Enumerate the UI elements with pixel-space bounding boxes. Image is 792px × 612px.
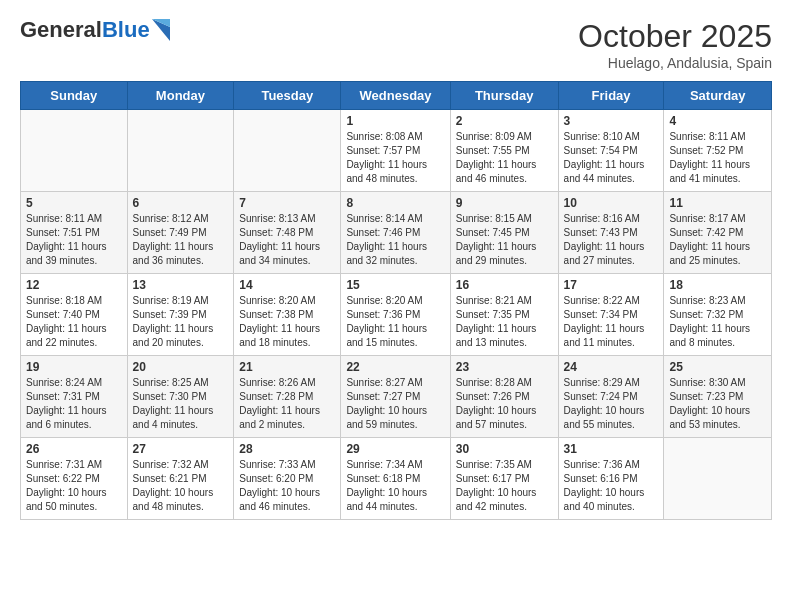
calendar-week-row: 5Sunrise: 8:11 AMSunset: 7:51 PMDaylight… [21, 192, 772, 274]
day-number: 15 [346, 278, 444, 292]
day-number: 13 [133, 278, 229, 292]
day-number: 4 [669, 114, 766, 128]
day-number: 24 [564, 360, 659, 374]
calendar-day-9: 9Sunrise: 8:15 AMSunset: 7:45 PMDaylight… [450, 192, 558, 274]
day-header-saturday: Saturday [664, 82, 772, 110]
day-header-sunday: Sunday [21, 82, 128, 110]
day-info: Sunrise: 8:22 AMSunset: 7:34 PMDaylight:… [564, 294, 659, 350]
calendar-day-14: 14Sunrise: 8:20 AMSunset: 7:38 PMDayligh… [234, 274, 341, 356]
day-number: 23 [456, 360, 553, 374]
calendar-week-row: 12Sunrise: 8:18 AMSunset: 7:40 PMDayligh… [21, 274, 772, 356]
day-info: Sunrise: 7:31 AMSunset: 6:22 PMDaylight:… [26, 458, 122, 514]
calendar-day-31: 31Sunrise: 7:36 AMSunset: 6:16 PMDayligh… [558, 438, 664, 520]
month-title: October 2025 [578, 18, 772, 55]
calendar-empty [127, 110, 234, 192]
day-number: 17 [564, 278, 659, 292]
day-number: 3 [564, 114, 659, 128]
day-header-wednesday: Wednesday [341, 82, 450, 110]
day-header-thursday: Thursday [450, 82, 558, 110]
calendar-week-row: 26Sunrise: 7:31 AMSunset: 6:22 PMDayligh… [21, 438, 772, 520]
calendar-day-24: 24Sunrise: 8:29 AMSunset: 7:24 PMDayligh… [558, 356, 664, 438]
day-info: Sunrise: 8:20 AMSunset: 7:36 PMDaylight:… [346, 294, 444, 350]
day-number: 18 [669, 278, 766, 292]
day-info: Sunrise: 7:33 AMSunset: 6:20 PMDaylight:… [239, 458, 335, 514]
calendar-day-25: 25Sunrise: 8:30 AMSunset: 7:23 PMDayligh… [664, 356, 772, 438]
day-info: Sunrise: 8:19 AMSunset: 7:39 PMDaylight:… [133, 294, 229, 350]
day-number: 7 [239, 196, 335, 210]
day-info: Sunrise: 8:18 AMSunset: 7:40 PMDaylight:… [26, 294, 122, 350]
day-number: 10 [564, 196, 659, 210]
day-header-friday: Friday [558, 82, 664, 110]
title-block: October 2025 Huelago, Andalusia, Spain [578, 18, 772, 71]
logo-general: General [20, 17, 102, 42]
calendar-day-5: 5Sunrise: 8:11 AMSunset: 7:51 PMDaylight… [21, 192, 128, 274]
calendar-day-27: 27Sunrise: 7:32 AMSunset: 6:21 PMDayligh… [127, 438, 234, 520]
calendar-day-21: 21Sunrise: 8:26 AMSunset: 7:28 PMDayligh… [234, 356, 341, 438]
calendar-empty [664, 438, 772, 520]
day-number: 9 [456, 196, 553, 210]
header: GeneralBlue October 2025 Huelago, Andalu… [20, 18, 772, 71]
logo: GeneralBlue [20, 18, 170, 42]
calendar-empty [234, 110, 341, 192]
day-number: 27 [133, 442, 229, 456]
calendar-day-19: 19Sunrise: 8:24 AMSunset: 7:31 PMDayligh… [21, 356, 128, 438]
day-info: Sunrise: 8:26 AMSunset: 7:28 PMDaylight:… [239, 376, 335, 432]
calendar-week-row: 1Sunrise: 8:08 AMSunset: 7:57 PMDaylight… [21, 110, 772, 192]
calendar-day-22: 22Sunrise: 8:27 AMSunset: 7:27 PMDayligh… [341, 356, 450, 438]
day-info: Sunrise: 8:25 AMSunset: 7:30 PMDaylight:… [133, 376, 229, 432]
calendar-day-6: 6Sunrise: 8:12 AMSunset: 7:49 PMDaylight… [127, 192, 234, 274]
day-number: 20 [133, 360, 229, 374]
day-info: Sunrise: 8:29 AMSunset: 7:24 PMDaylight:… [564, 376, 659, 432]
day-info: Sunrise: 8:10 AMSunset: 7:54 PMDaylight:… [564, 130, 659, 186]
day-number: 16 [456, 278, 553, 292]
calendar-week-row: 19Sunrise: 8:24 AMSunset: 7:31 PMDayligh… [21, 356, 772, 438]
day-info: Sunrise: 8:08 AMSunset: 7:57 PMDaylight:… [346, 130, 444, 186]
calendar-day-29: 29Sunrise: 7:34 AMSunset: 6:18 PMDayligh… [341, 438, 450, 520]
day-info: Sunrise: 8:16 AMSunset: 7:43 PMDaylight:… [564, 212, 659, 268]
day-number: 2 [456, 114, 553, 128]
day-number: 1 [346, 114, 444, 128]
calendar-day-7: 7Sunrise: 8:13 AMSunset: 7:48 PMDaylight… [234, 192, 341, 274]
day-info: Sunrise: 8:17 AMSunset: 7:42 PMDaylight:… [669, 212, 766, 268]
calendar-day-8: 8Sunrise: 8:14 AMSunset: 7:46 PMDaylight… [341, 192, 450, 274]
day-info: Sunrise: 8:24 AMSunset: 7:31 PMDaylight:… [26, 376, 122, 432]
day-info: Sunrise: 8:12 AMSunset: 7:49 PMDaylight:… [133, 212, 229, 268]
calendar-day-20: 20Sunrise: 8:25 AMSunset: 7:30 PMDayligh… [127, 356, 234, 438]
day-info: Sunrise: 8:15 AMSunset: 7:45 PMDaylight:… [456, 212, 553, 268]
day-info: Sunrise: 8:20 AMSunset: 7:38 PMDaylight:… [239, 294, 335, 350]
calendar-day-10: 10Sunrise: 8:16 AMSunset: 7:43 PMDayligh… [558, 192, 664, 274]
day-info: Sunrise: 8:21 AMSunset: 7:35 PMDaylight:… [456, 294, 553, 350]
logo-blue: Blue [102, 17, 150, 42]
calendar-day-18: 18Sunrise: 8:23 AMSunset: 7:32 PMDayligh… [664, 274, 772, 356]
calendar-day-13: 13Sunrise: 8:19 AMSunset: 7:39 PMDayligh… [127, 274, 234, 356]
calendar-day-11: 11Sunrise: 8:17 AMSunset: 7:42 PMDayligh… [664, 192, 772, 274]
day-number: 8 [346, 196, 444, 210]
location: Huelago, Andalusia, Spain [578, 55, 772, 71]
day-number: 29 [346, 442, 444, 456]
day-number: 25 [669, 360, 766, 374]
day-number: 14 [239, 278, 335, 292]
day-info: Sunrise: 8:11 AMSunset: 7:52 PMDaylight:… [669, 130, 766, 186]
day-info: Sunrise: 7:35 AMSunset: 6:17 PMDaylight:… [456, 458, 553, 514]
calendar-day-28: 28Sunrise: 7:33 AMSunset: 6:20 PMDayligh… [234, 438, 341, 520]
day-number: 6 [133, 196, 229, 210]
logo-icon [152, 19, 170, 41]
calendar-day-2: 2Sunrise: 8:09 AMSunset: 7:55 PMDaylight… [450, 110, 558, 192]
calendar-header-row: SundayMondayTuesdayWednesdayThursdayFrid… [21, 82, 772, 110]
day-info: Sunrise: 8:27 AMSunset: 7:27 PMDaylight:… [346, 376, 444, 432]
day-number: 28 [239, 442, 335, 456]
day-info: Sunrise: 7:32 AMSunset: 6:21 PMDaylight:… [133, 458, 229, 514]
calendar-empty [21, 110, 128, 192]
day-info: Sunrise: 8:13 AMSunset: 7:48 PMDaylight:… [239, 212, 335, 268]
day-info: Sunrise: 8:28 AMSunset: 7:26 PMDaylight:… [456, 376, 553, 432]
day-header-tuesday: Tuesday [234, 82, 341, 110]
day-number: 26 [26, 442, 122, 456]
calendar-day-23: 23Sunrise: 8:28 AMSunset: 7:26 PMDayligh… [450, 356, 558, 438]
day-number: 22 [346, 360, 444, 374]
day-number: 31 [564, 442, 659, 456]
day-info: Sunrise: 8:09 AMSunset: 7:55 PMDaylight:… [456, 130, 553, 186]
day-number: 21 [239, 360, 335, 374]
day-number: 12 [26, 278, 122, 292]
day-info: Sunrise: 8:23 AMSunset: 7:32 PMDaylight:… [669, 294, 766, 350]
day-number: 19 [26, 360, 122, 374]
